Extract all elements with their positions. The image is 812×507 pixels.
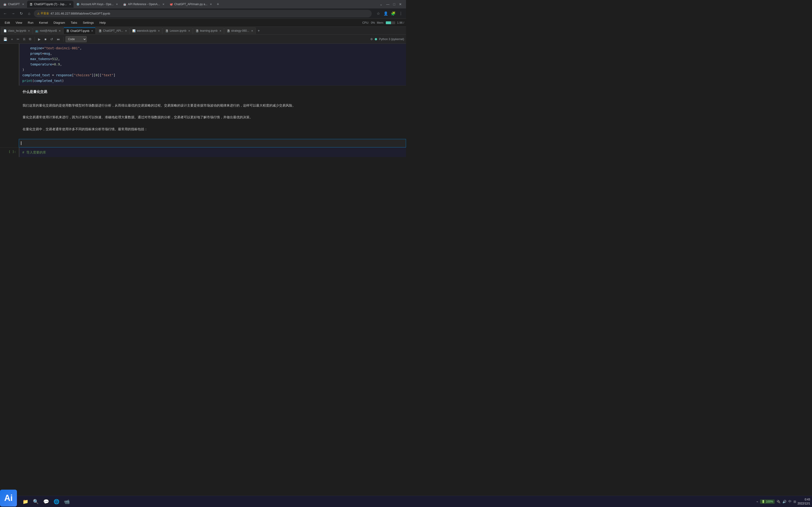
menu-view[interactable]: View xyxy=(13,20,25,25)
tab-favicon-2: 📓 xyxy=(30,3,33,6)
address-bar: ← → ↻ ⌂ ⚠ 不安全 47.101.46.227:8889/lab/tre… xyxy=(0,8,406,19)
notebook-content: engine="text-davinci-001", prompt=msg, m… xyxy=(0,44,406,253)
notebook-toolbar: 💾 + ✂ ⎘ ⧉ ▶ ■ ↺ ⏭ Code Markdown Raw ⚙ Py… xyxy=(0,35,406,44)
nb-tab-terminal[interactable]: 📺 root@Aliyun$ ✕ xyxy=(33,27,63,34)
next-code-cell[interactable]: [ ]: # 导入需要的库 xyxy=(0,148,406,157)
menu-kernel[interactable]: Kernel xyxy=(36,20,51,25)
restart-run-btn[interactable]: ⏭ xyxy=(55,36,61,42)
jupyter-menubar: Edit View Run Kernel Diagram Tabs Settin… xyxy=(0,19,406,27)
nav-home-btn[interactable]: ⌂ xyxy=(26,10,33,17)
window-close-btn[interactable]: ✕ xyxy=(398,2,403,7)
text-cursor xyxy=(21,141,21,145)
code-line-5: ) xyxy=(22,67,403,72)
tab-apiref[interactable]: 🤖 API Reference - OpenA... ✕ xyxy=(121,1,166,8)
bookmark-star-btn[interactable]: ☆ xyxy=(375,10,382,17)
mem-fill xyxy=(386,21,391,24)
new-tab-button[interactable]: + xyxy=(215,1,221,7)
tab-close-1[interactable]: ✕ xyxy=(22,3,24,6)
nb-tab-wanstock[interactable]: 📊 wanstock.ipynb ✕ xyxy=(130,27,162,34)
add-cell-btn[interactable]: + xyxy=(10,36,14,42)
nb-tab-lesson[interactable]: 📓 Lesson.ipynb ✕ xyxy=(163,27,193,34)
tab-chatgpt[interactable]: 🤖 ChatGPT ✕ xyxy=(1,1,27,8)
nav-reload-btn[interactable]: ↻ xyxy=(18,10,24,17)
code-line-6: completed_text = response["choices"][0][… xyxy=(22,72,403,78)
tab-bar: 🤖 ChatGPT ✕ 📓 ChatGPT.ipynb (7) - Jup...… xyxy=(0,0,406,8)
run-cell-btn[interactable]: ▶ xyxy=(37,36,42,42)
menu-help[interactable]: Help xyxy=(97,20,109,25)
settings-icon[interactable]: ⚙ xyxy=(370,38,373,41)
empty-input-cell[interactable] xyxy=(0,139,406,148)
kernel-status-indicator xyxy=(375,38,377,40)
paste-cell-btn[interactable]: ⧉ xyxy=(28,36,33,42)
tab-favicon-4: 🤖 xyxy=(123,3,126,6)
nb-tab-close-6[interactable]: ✕ xyxy=(219,30,221,32)
mem-label: Mem: xyxy=(377,21,384,24)
extensions-btn[interactable]: 🧩 xyxy=(390,10,397,17)
notebook-tab-bar: 📄 class_tw.ipynb ✕ 📺 root@Aliyun$ ✕ 📓 Ch… xyxy=(0,27,406,35)
tab-close-2[interactable]: ✕ xyxy=(69,3,71,6)
next-cell-comment: # 导入需要的库 xyxy=(22,150,403,155)
tab-close-3[interactable]: ✕ xyxy=(116,3,118,6)
code-line-3: max_tokens=512, xyxy=(22,56,403,62)
copy-cell-btn[interactable]: ⎘ xyxy=(22,36,27,42)
address-input[interactable]: ⚠ 不安全 47.101.46.227:8889/lab/tree/ChatGP… xyxy=(34,10,372,17)
nb-tab-close-1[interactable]: ✕ xyxy=(59,30,61,32)
toolbar-sep-1 xyxy=(35,37,35,42)
menu-settings[interactable]: Settings xyxy=(80,20,97,25)
nb-tab-close-3[interactable]: ✕ xyxy=(125,30,127,32)
nb-tab-classtw[interactable]: 📄 class_tw.ipynb ✕ xyxy=(1,27,33,34)
nb-tab-close-0[interactable]: ✕ xyxy=(28,30,30,32)
tab-overflow-btn[interactable]: ⌄ xyxy=(378,2,384,7)
output-content: 什么是量化交易 我们这里的量化交易指的是使用数学模型对市场数据进行分析，从而得出… xyxy=(19,86,406,139)
interrupt-btn[interactable]: ■ xyxy=(43,36,48,42)
tab-apikeys[interactable]: ⚙️ Account API Keys - Ope... ✕ xyxy=(74,1,120,8)
next-cell-content[interactable]: # 导入需要的库 xyxy=(19,148,406,157)
nb-tab-chatgpt[interactable]: 📓 ChatGPT.ipynb ✕ xyxy=(63,27,96,34)
account-btn[interactable]: 👤 xyxy=(383,10,389,17)
empty-cell-gutter xyxy=(0,139,19,148)
nb-tab-learning[interactable]: 📓 learning.ipynb ✕ xyxy=(193,27,224,34)
tab-favicon-1: 🤖 xyxy=(3,3,7,6)
browser-toolbar: ☆ 👤 🧩 ⋮ xyxy=(375,10,404,17)
cpu-mem-indicator: CPU: 0% Mem: 1.96 / xyxy=(362,21,404,24)
mem-bar xyxy=(386,21,395,24)
menu-diagram[interactable]: Diagram xyxy=(51,20,68,25)
security-warning: ⚠ xyxy=(37,12,40,15)
nb-tab-close-4[interactable]: ✕ xyxy=(158,30,160,32)
empty-cell-content[interactable] xyxy=(19,139,406,148)
nav-forward-btn[interactable]: → xyxy=(10,10,16,17)
menu-edit[interactable]: Edit xyxy=(2,20,13,25)
restart-btn[interactable]: ↺ xyxy=(49,36,54,42)
browser-menu-btn[interactable]: ⋮ xyxy=(398,10,404,17)
output-para3: 在量化交易中，交易者通常使用许多不同的指标来分析市场行情。最常用的指标包括： xyxy=(22,126,402,132)
nb-tab-close-7[interactable]: ✕ xyxy=(251,30,253,32)
window-maximize-btn[interactable]: □ xyxy=(392,2,397,7)
tab-jupyter[interactable]: 📓 ChatGPT.ipynb (7) - Jup... ✕ xyxy=(27,1,73,8)
nav-back-btn[interactable]: ← xyxy=(2,10,8,17)
output-para1: 我们这里的量化交易指的是使用数学模型对市场数据进行分析，从而得出最优的交易策略的… xyxy=(22,102,402,109)
nb-tab-close-5[interactable]: ✕ xyxy=(188,30,190,32)
code-cell-main: engine="text-davinci-001", prompt=msg, m… xyxy=(0,44,406,86)
tab-favicon-5: 🐙 xyxy=(170,3,173,6)
nb-tab-chatgptapi[interactable]: 📓 ChatGPT_API... ✕ xyxy=(96,27,130,34)
nb-add-tab[interactable]: + xyxy=(256,29,262,33)
code-line-1: engine="text-davinci-001", xyxy=(22,46,403,51)
menu-run[interactable]: Run xyxy=(25,20,36,25)
next-cell-gutter: [ ]: xyxy=(0,148,19,157)
tab-close-5[interactable]: ✕ xyxy=(210,3,212,6)
kernel-info: ⚙ Python 3 (ipykernel) xyxy=(370,38,404,41)
code-line-4: temperature=0.9, xyxy=(22,62,403,67)
nb-tab-close-2[interactable]: ✕ xyxy=(91,30,93,32)
nb-tab-strategy[interactable]: 📓 strategy-060... ✕ xyxy=(224,27,256,34)
cell-content-main[interactable]: engine="text-davinci-001", prompt=msg, m… xyxy=(19,44,406,86)
save-btn[interactable]: 💾 xyxy=(2,36,9,42)
window-minimize-btn[interactable]: — xyxy=(385,2,391,7)
cell-type-select[interactable]: Code Markdown Raw xyxy=(65,36,87,42)
tab-github[interactable]: 🐙 ChatGPT_API/main.py a... ✕ xyxy=(167,1,214,8)
tab-close-4[interactable]: ✕ xyxy=(162,3,164,6)
cut-cell-btn[interactable]: ✂ xyxy=(15,36,21,42)
menu-tabs[interactable]: Tabs xyxy=(68,20,80,25)
code-line-7: print(completed_text) xyxy=(22,78,403,83)
code-line-2: prompt=msg, xyxy=(22,51,403,56)
cell-gutter-main xyxy=(0,44,19,86)
